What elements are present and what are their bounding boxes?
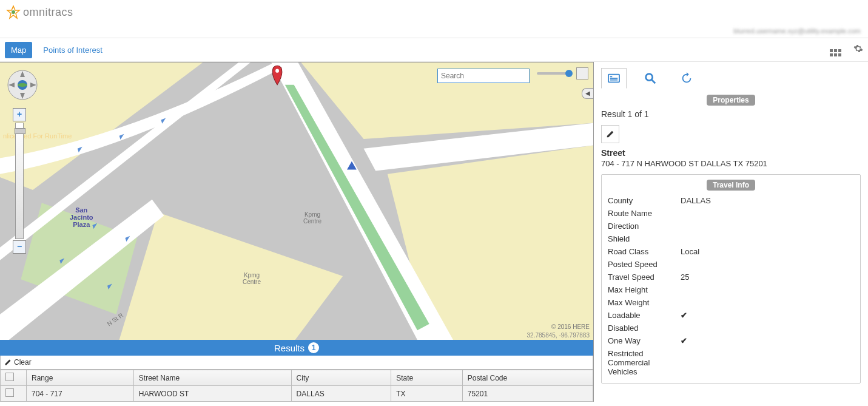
- zoom-in-button[interactable]: +: [13, 108, 26, 121]
- map-coordinates: 32.785845, -96.797883: [527, 332, 590, 339]
- tab-search[interactable]: [638, 68, 663, 89]
- val-posted-speed: [681, 260, 854, 269]
- map-label-kpmg1: KpmgCentre: [303, 211, 321, 225]
- fullscreen-icon[interactable]: [576, 67, 588, 80]
- gear-icon[interactable]: [853, 44, 863, 56]
- properties-panel: Properties Result 1 of 1 Street 704 - 71…: [594, 62, 868, 402]
- col-city[interactable]: City: [291, 370, 391, 386]
- tab-history[interactable]: [674, 68, 699, 89]
- brand-logo: omnitracs: [6, 5, 73, 19]
- subheader: blurred.username.xyz@utility.example.com: [0, 24, 868, 38]
- col-state[interactable]: State: [391, 370, 463, 386]
- map-svg: [0, 63, 593, 340]
- cell-street: HARWOOD ST: [133, 386, 291, 402]
- left-pane: nlicensed For RunTime SanJacintoPlaza Kp…: [0, 62, 594, 402]
- street-address: 704 - 717 N HARWOOD ST DALLAS TX 75201: [601, 159, 861, 168]
- table-header-row: Range Street Name City State Postal Code: [1, 370, 593, 386]
- opacity-slider[interactable]: [537, 70, 570, 76]
- tab-map[interactable]: Map: [5, 42, 32, 58]
- map-attribution: © 2016 HERE: [551, 323, 590, 330]
- row-checkbox[interactable]: [5, 388, 14, 397]
- select-all-checkbox[interactable]: [5, 373, 14, 381]
- main-content: nlicensed For RunTime SanJacintoPlaza Kp…: [0, 62, 868, 402]
- svg-point-16: [275, 69, 279, 73]
- edit-button[interactable]: [601, 125, 619, 143]
- col-range[interactable]: Range: [27, 370, 134, 386]
- results-title: Results: [274, 343, 304, 353]
- svg-point-28: [646, 74, 653, 81]
- app-header: omnitracs: [0, 0, 868, 24]
- val-disabled: [681, 323, 854, 333]
- history-icon: [680, 72, 693, 85]
- results-table: Range Street Name City State Postal Code…: [0, 370, 593, 402]
- apps-grid-icon[interactable]: [830, 44, 841, 56]
- pencil-icon: [4, 359, 12, 366]
- cell-state: TX: [391, 386, 463, 402]
- compass-control[interactable]: [5, 67, 40, 104]
- zoom-slider[interactable]: [15, 123, 24, 239]
- results-header: Results 1: [0, 340, 593, 356]
- svg-point-23: [18, 83, 27, 87]
- col-street[interactable]: Street Name: [133, 370, 291, 386]
- cell-postal: 75201: [462, 386, 593, 402]
- col-postal[interactable]: Postal Code: [462, 370, 593, 386]
- map-search-input[interactable]: [437, 69, 530, 83]
- zoom-control: + −: [13, 108, 25, 254]
- val-shield: [681, 234, 854, 243]
- val-max-height: [681, 285, 854, 294]
- clear-row: Clear: [0, 356, 593, 370]
- val-route-name: [681, 209, 854, 218]
- cell-city: DALLAS: [291, 386, 391, 402]
- tab-details[interactable]: [601, 68, 627, 89]
- properties-badge: Properties: [707, 95, 755, 106]
- travel-info-box: Travel Info CountyDALLAS Route Name Dire…: [601, 174, 861, 384]
- val-loadable: ✔: [681, 311, 854, 320]
- svg-line-29: [652, 80, 656, 84]
- zoom-out-button[interactable]: −: [13, 240, 26, 254]
- val-rcv: [681, 349, 854, 376]
- street-heading: Street: [601, 148, 861, 158]
- result-counter: Result 1 of 1: [601, 109, 861, 119]
- map-label-plaza: SanJacintoPlaza: [70, 206, 93, 228]
- svg-point-1: [12, 10, 15, 14]
- tab-points-of-interest[interactable]: Points of Interest: [37, 42, 109, 58]
- val-direction: [681, 222, 854, 231]
- val-road-class: Local: [681, 247, 854, 256]
- cell-range: 704 - 717: [27, 386, 134, 402]
- map-canvas[interactable]: nlicensed For RunTime SanJacintoPlaza Kp…: [0, 62, 593, 340]
- map-label-kpmg2: KpmgCentre: [243, 272, 261, 285]
- details-icon: [607, 73, 621, 84]
- omnitracs-icon: [6, 5, 21, 19]
- val-one-way: ✔: [681, 336, 854, 345]
- val-travel-speed: 25: [681, 272, 854, 282]
- panel-tabs: [601, 68, 861, 89]
- pencil-icon: [606, 130, 614, 138]
- brand-text: omnitracs: [23, 6, 73, 19]
- travel-info-badge: Travel Info: [707, 180, 755, 191]
- nav-bar: Map Points of Interest: [0, 38, 868, 62]
- user-email-blurred: blurred.username.xyz@utility.example.com: [733, 27, 861, 35]
- table-row[interactable]: 704 - 717 HARWOOD ST DALLAS TX 75201: [1, 386, 593, 402]
- val-county: DALLAS: [681, 196, 854, 205]
- collapse-panel-icon[interactable]: ◀: [582, 88, 593, 99]
- val-max-weight: [681, 298, 854, 307]
- results-count-badge: 1: [308, 342, 319, 353]
- clear-button[interactable]: Clear: [14, 358, 32, 367]
- search-icon: [644, 72, 657, 85]
